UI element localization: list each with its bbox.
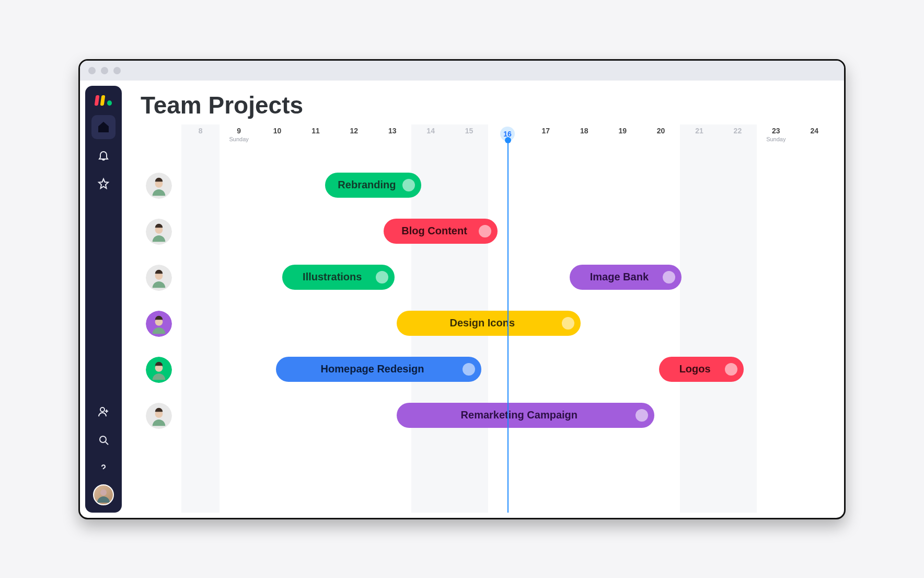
- day-number: 21: [695, 127, 703, 135]
- day-column[interactable]: 18: [565, 124, 603, 156]
- timeline-row: Homepage RedesignLogos: [141, 356, 834, 384]
- day-column[interactable]: 21: [680, 124, 718, 156]
- day-number: 8: [199, 127, 203, 135]
- assignee-avatar[interactable]: [146, 265, 172, 291]
- day-number: 11: [311, 127, 320, 135]
- window-close-dot[interactable]: [88, 67, 96, 74]
- sidebar-item-help[interactable]: [91, 456, 116, 480]
- timeline: 89Sunday1011121314151617181920212223Sund…: [141, 124, 834, 513]
- task-resize-handle[interactable]: [376, 271, 388, 284]
- day-number: 13: [388, 127, 397, 135]
- day-number: 23: [772, 127, 780, 135]
- add-user-icon: [97, 405, 110, 418]
- task-label: Rebranding: [338, 179, 396, 191]
- task-label: Logos: [679, 363, 711, 375]
- day-number: 24: [810, 127, 818, 135]
- window-zoom-dot[interactable]: [113, 67, 121, 74]
- day-column[interactable]: 11: [296, 124, 334, 156]
- day-column[interactable]: 9Sunday: [220, 124, 258, 156]
- task-label: Design Icons: [450, 317, 515, 329]
- task-resize-handle[interactable]: [562, 317, 574, 330]
- task-resize-handle[interactable]: [725, 363, 737, 376]
- day-number: 22: [734, 127, 742, 135]
- day-number: 20: [657, 127, 665, 135]
- task-bar[interactable]: Logos: [659, 357, 744, 382]
- task-bar[interactable]: Illustrations: [282, 265, 395, 290]
- svg-point-1: [100, 436, 106, 443]
- day-column[interactable]: 23Sunday: [757, 124, 795, 156]
- timeline-header: 89Sunday1011121314151617181920212223Sund…: [141, 124, 834, 156]
- day-number: 10: [273, 127, 282, 135]
- sidebar-item-favorites[interactable]: [91, 172, 116, 196]
- day-number: 14: [426, 127, 435, 135]
- svg-point-2: [100, 489, 107, 495]
- timeline-row: IllustrationsImage Bank: [141, 264, 834, 292]
- day-number: 19: [618, 127, 627, 135]
- day-number: 9: [237, 127, 241, 135]
- search-icon: [97, 434, 110, 446]
- bell-icon: [97, 149, 110, 162]
- main-content: Team Projects 89Sunday101112131415161718…: [122, 81, 844, 518]
- task-bar[interactable]: Image Bank: [570, 265, 682, 290]
- day-number: 15: [465, 127, 473, 135]
- avatar-icon: [94, 485, 113, 504]
- task-resize-handle[interactable]: [463, 363, 475, 376]
- task-resize-handle[interactable]: [663, 271, 675, 284]
- day-number: 17: [542, 127, 550, 135]
- day-column[interactable]: 10: [258, 124, 296, 156]
- app-window: Team Projects 89Sunday101112131415161718…: [78, 59, 846, 519]
- assignee-avatar[interactable]: [146, 173, 172, 199]
- task-label: Remarketing Campaign: [461, 409, 578, 421]
- day-weekday: Sunday: [766, 136, 786, 142]
- day-number: 18: [580, 127, 588, 135]
- sidebar-item-search[interactable]: [91, 428, 116, 452]
- help-icon: [97, 462, 110, 474]
- assignee-avatar[interactable]: [146, 219, 172, 245]
- star-icon: [97, 177, 110, 190]
- sidebar: [85, 86, 122, 513]
- day-column[interactable]: 17: [527, 124, 565, 156]
- svg-point-0: [100, 407, 105, 412]
- day-column[interactable]: 19: [603, 124, 641, 156]
- app-logo: [95, 95, 112, 106]
- page-title: Team Projects: [141, 91, 834, 119]
- sidebar-item-add-user[interactable]: [91, 400, 116, 424]
- day-weekday: Sunday: [229, 136, 248, 142]
- window-titlebar: [80, 61, 844, 81]
- assignee-avatar[interactable]: [146, 403, 172, 429]
- day-column[interactable]: 14: [411, 124, 449, 156]
- assignee-avatar[interactable]: [146, 311, 172, 337]
- task-label: Homepage Redesign: [321, 363, 424, 375]
- sidebar-item-home[interactable]: [91, 115, 116, 139]
- timeline-row: Design Icons: [141, 310, 834, 338]
- day-column[interactable]: 22: [719, 124, 757, 156]
- window-minimize-dot[interactable]: [101, 67, 108, 74]
- day-column[interactable]: 15: [450, 124, 488, 156]
- task-bar[interactable]: Rebranding: [325, 173, 422, 198]
- assignee-avatar[interactable]: [146, 357, 172, 383]
- task-label: Illustrations: [303, 271, 362, 283]
- day-column[interactable]: 20: [642, 124, 680, 156]
- task-resize-handle[interactable]: [479, 225, 491, 237]
- task-bar[interactable]: Blog Content: [384, 219, 498, 244]
- task-label: Image Bank: [590, 271, 649, 283]
- task-resize-handle[interactable]: [402, 179, 415, 191]
- sidebar-item-notifications[interactable]: [91, 143, 116, 167]
- timeline-row: Blog Content: [141, 218, 834, 246]
- home-icon: [97, 121, 110, 133]
- day-column[interactable]: 12: [335, 124, 373, 156]
- today-indicator: [507, 140, 509, 513]
- task-resize-handle[interactable]: [636, 409, 648, 422]
- timeline-row: Remarketing Campaign: [141, 402, 834, 430]
- task-label: Blog Content: [401, 225, 467, 237]
- task-bar[interactable]: Design Icons: [397, 311, 581, 336]
- day-column[interactable]: 24: [795, 124, 834, 156]
- task-bar[interactable]: Homepage Redesign: [276, 357, 481, 382]
- day-number: 12: [350, 127, 359, 135]
- task-bar[interactable]: Remarketing Campaign: [397, 403, 654, 428]
- current-user-avatar[interactable]: [93, 484, 114, 505]
- timeline-row: Rebranding: [141, 172, 834, 200]
- day-column[interactable]: 13: [373, 124, 411, 156]
- day-column[interactable]: 8: [181, 124, 220, 156]
